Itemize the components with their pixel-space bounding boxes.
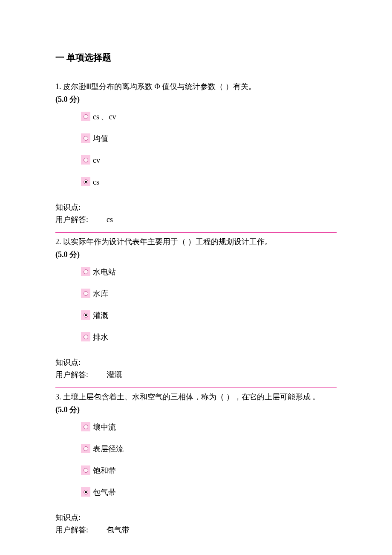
section-title: 一 单项选择题 xyxy=(55,51,337,65)
option-label: 包气带 xyxy=(93,486,116,498)
option-label: cs 、cv xyxy=(93,110,116,123)
option-row[interactable]: 均值 xyxy=(81,132,337,145)
radio-icon[interactable] xyxy=(81,332,90,341)
question-number: 1. xyxy=(55,82,61,91)
option-row[interactable]: 壤中流 xyxy=(81,421,337,433)
radio-icon[interactable] xyxy=(81,310,90,320)
question-points: (5.0 分) xyxy=(55,249,337,260)
user-answer-value: cs xyxy=(107,214,113,225)
radio-icon[interactable] xyxy=(81,177,90,186)
radio-icon[interactable] xyxy=(81,267,90,276)
question-block: 3. 土壤上层包含着土、水和空气的三相体，称为（ ），在它的上层可能形成 。 (… xyxy=(55,391,337,536)
option-label: 壤中流 xyxy=(93,421,116,433)
option-label: cs xyxy=(93,176,99,188)
question-number: 3. xyxy=(55,393,61,401)
radio-icon[interactable] xyxy=(81,465,90,475)
user-answer-row: 用户解答: 灌溉 xyxy=(55,369,337,381)
knowledge-label: 知识点: xyxy=(55,202,337,213)
knowledge-label: 知识点: xyxy=(55,357,337,368)
question-block: 2. 以实际年作为设计代表年主要用于（ ）工程的规划设计工作。 (5.0 分) … xyxy=(55,236,337,388)
option-label: 水电站 xyxy=(93,266,116,278)
option-label: 排水 xyxy=(93,331,108,343)
question-text: 土壤上层包含着土、水和空气的三相体，称为（ ），在它的上层可能形成 。 xyxy=(63,393,320,401)
options-list: 水电站 水库 灌溉 排水 xyxy=(55,266,337,343)
option-row[interactable]: 水库 xyxy=(81,287,337,300)
radio-icon[interactable] xyxy=(81,112,90,121)
answer-label: 用户解答: xyxy=(55,214,107,225)
option-label: 均值 xyxy=(93,132,108,145)
radio-icon[interactable] xyxy=(81,289,90,298)
question-stem: 3. 土壤上层包含着土、水和空气的三相体，称为（ ），在它的上层可能形成 。 xyxy=(55,391,337,403)
question-points: (5.0 分) xyxy=(55,404,337,416)
user-answer-row: 用户解答: cs xyxy=(55,214,337,225)
user-answer-value: 灌溉 xyxy=(107,369,122,381)
question-number: 2. xyxy=(55,237,61,246)
question-block: 1. 皮尔逊Ⅲ型分布的离均系数 Φ 值仅与统计参数（ ）有关。 (5.0 分) … xyxy=(55,81,337,233)
option-row[interactable]: 排水 xyxy=(81,331,337,343)
user-answer-row: 用户解答: 包气带 xyxy=(55,524,337,536)
answer-label: 用户解答: xyxy=(55,369,107,381)
question-stem: 2. 以实际年作为设计代表年主要用于（ ）工程的规划设计工作。 xyxy=(55,236,337,248)
question-text: 以实际年作为设计代表年主要用于（ ）工程的规划设计工作。 xyxy=(63,237,272,246)
question-separator xyxy=(55,387,337,388)
option-row[interactable]: 表层径流 xyxy=(81,442,337,455)
answer-label: 用户解答: xyxy=(55,524,107,536)
options-list: 壤中流 表层径流 饱和带 包气带 xyxy=(55,421,337,498)
option-row[interactable]: cs 、cv xyxy=(81,110,337,123)
radio-icon[interactable] xyxy=(81,487,90,497)
option-label: 灌溉 xyxy=(93,309,108,321)
option-row[interactable]: 灌溉 xyxy=(81,309,337,321)
option-label: 表层径流 xyxy=(93,442,124,455)
knowledge-label: 知识点: xyxy=(55,512,337,523)
option-row[interactable]: 饱和带 xyxy=(81,464,337,477)
question-text: 皮尔逊Ⅲ型分布的离均系数 Φ 值仅与统计参数（ ）有关。 xyxy=(63,82,256,91)
option-label: cv xyxy=(93,154,100,166)
user-answer-value: 包气带 xyxy=(107,524,130,536)
radio-icon[interactable] xyxy=(81,422,90,431)
option-row[interactable]: cv xyxy=(81,154,337,166)
option-label: 饱和带 xyxy=(93,464,116,477)
radio-icon[interactable] xyxy=(81,133,90,143)
question-separator xyxy=(55,232,337,233)
option-row[interactable]: 水电站 xyxy=(81,266,337,278)
options-list: cs 、cv 均值 cv cs xyxy=(55,110,337,188)
radio-icon[interactable] xyxy=(81,444,90,453)
option-row[interactable]: 包气带 xyxy=(81,486,337,498)
option-label: 水库 xyxy=(93,287,108,300)
question-points: (5.0 分) xyxy=(55,94,337,105)
option-row[interactable]: cs xyxy=(81,176,337,188)
question-stem: 1. 皮尔逊Ⅲ型分布的离均系数 Φ 值仅与统计参数（ ）有关。 xyxy=(55,81,337,92)
radio-icon[interactable] xyxy=(81,155,90,165)
